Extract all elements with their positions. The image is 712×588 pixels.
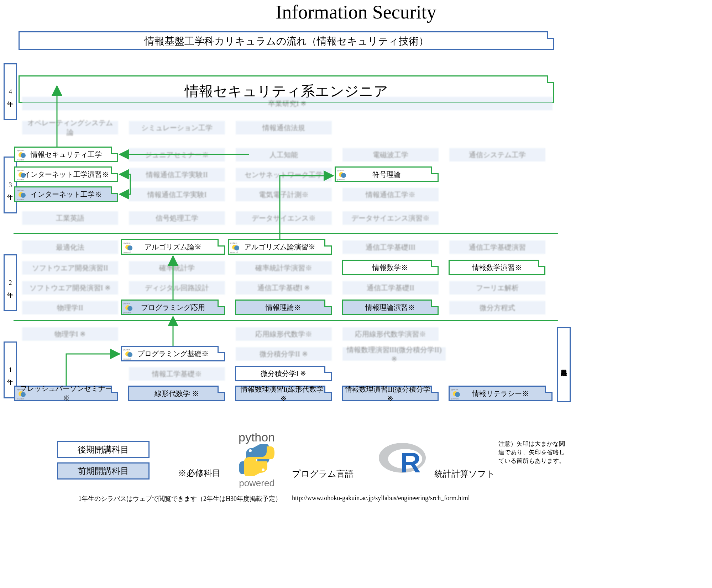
code-theory: 符号理論 pythonpowered	[335, 166, 439, 182]
info-literacy-label: 情報リテラシー※	[472, 389, 529, 398]
python-logo: python powered	[239, 430, 275, 489]
calc2-box: 微分積分学II ※	[236, 347, 332, 361]
com1-box: 通信工学基礎I ※	[236, 281, 332, 295]
python-icon: pythonpowered	[336, 168, 349, 181]
svg-point-2	[21, 153, 26, 158]
legend-late: 後期開講科目	[57, 441, 150, 458]
svg-point-40	[249, 449, 252, 452]
programming-basics-label: プログラミング基礎※	[137, 349, 209, 359]
svg-text:python: python	[124, 348, 131, 351]
svg-text:python: python	[17, 189, 24, 192]
programming-advanced: プログラミング応用 pythonpowered	[121, 300, 225, 315]
ds-box: データサイエンス※	[236, 211, 332, 225]
info-security-eng-label: 情報セキュリティ工学	[31, 150, 102, 159]
python-icon: pythonpowered	[16, 168, 29, 181]
infolaw-box: 情報通信法規	[236, 121, 332, 134]
opt-box: 最適化法	[22, 240, 118, 254]
em-box: 電磁波工学	[342, 148, 439, 161]
year-2-tab: 2年	[4, 254, 17, 311]
footer-syllabus: 1年生のシラバスはウェブで閲覧できます（2年生はH30年度掲載予定）	[78, 494, 282, 503]
svg-point-30	[127, 352, 132, 357]
probpr-box: 確率統計学演習※	[236, 261, 332, 275]
internet-practice: インターネット工学演習※ pythonpowered	[14, 166, 118, 182]
infoexp2-box: 情報通信工学実験II	[129, 168, 225, 181]
mathpr3-box: 情報数理演習III(微分積分学II) ※	[342, 347, 446, 361]
svg-text:R: R	[400, 447, 421, 477]
svg-text:powered: powered	[124, 312, 131, 314]
code-theory-label: 符号理論	[372, 170, 401, 179]
svg-text:powered: powered	[337, 179, 345, 181]
python-icon: pythonpowered	[230, 241, 242, 254]
info-math-practice: 情報数学演習※	[449, 260, 545, 275]
elec-box: 電気電子計測※	[236, 188, 332, 201]
footer-url: http://www.tohoku-gakuin.ac.jp/syllabus/…	[292, 494, 470, 502]
svg-text:python: python	[124, 242, 131, 244]
linadv-box: 応用線形代数学※	[236, 327, 332, 341]
programming-basics: プログラミング基礎※ pythonpowered	[121, 346, 225, 361]
linear-algebra: 線形代数学 ※	[128, 386, 225, 401]
algorithm-practice-label: アルゴリズム論演習※	[244, 242, 315, 252]
com2-box: 通信工学基礎II	[342, 281, 439, 295]
python-icon: pythonpowered	[16, 148, 29, 161]
info-theory: 情報理論※	[235, 300, 332, 315]
svg-text:powered: powered	[17, 398, 24, 400]
svg-point-14	[21, 193, 26, 198]
svg-point-6	[21, 173, 26, 178]
svg-text:python: python	[17, 149, 24, 152]
svg-point-26	[127, 306, 132, 311]
python-icon: pythonpowered	[123, 348, 136, 360]
svg-text:python: python	[17, 388, 24, 391]
svg-point-10	[341, 173, 346, 178]
legend-stats: 統計計算ソフト	[434, 468, 495, 480]
python-icon: pythonpowered	[123, 301, 136, 314]
grad-research: 卒業研究I ※	[22, 97, 553, 110]
svg-point-41	[262, 468, 265, 471]
svg-text:powered: powered	[17, 159, 24, 161]
diffeq-box: 微分方程式	[449, 301, 545, 314]
year-3-tab: 3年	[4, 157, 17, 213]
internet-practice-label: インターネット工学演習※	[23, 170, 109, 179]
ai-box: 人工知能	[236, 148, 332, 161]
infocom-box: 情報通信工学※	[342, 188, 439, 201]
svg-text:python: python	[124, 302, 131, 305]
math-practice-1: 情報数理演習I(線形代数学) ※	[235, 386, 332, 401]
svg-text:powered: powered	[124, 358, 131, 360]
svg-text:powered: powered	[17, 198, 24, 201]
legend-early: 前期開講科目	[57, 462, 150, 480]
divider-y3-y2	[14, 233, 558, 234]
year-4-tab: 4年	[4, 63, 17, 120]
python-icon: pythonpowered	[450, 387, 463, 400]
freshperson-seminar-label: フレッシュパーソンセミナー ※	[17, 384, 115, 403]
info-literacy: 情報リテラシー※ pythonpowered	[449, 386, 553, 401]
algorithm-practice: アルゴリズム論演習※ pythonpowered	[228, 239, 332, 255]
digi-box: ディジタル回路設計	[129, 281, 225, 295]
divider-y2-y1	[14, 320, 558, 321]
python-icon: pythonpowered	[16, 188, 29, 201]
svg-text:python: python	[451, 388, 458, 391]
com3-box: 通信工学基礎III	[342, 240, 439, 254]
internet-eng: インターネット工学※ pythonpowered	[14, 186, 118, 202]
common-subjects-tab: 共通基礎科目系	[557, 327, 571, 402]
algorithm-label: アルゴリズム論※	[145, 242, 201, 252]
freshperson-seminar: フレッシュパーソンセミナー ※ pythonpowered	[14, 386, 118, 401]
info-theory-practice: 情報理論演習※	[342, 300, 439, 315]
infoexp1-box: 情報通信工学実験I	[129, 188, 225, 201]
compr-box: 通信工学基礎演習	[449, 240, 545, 254]
legend-proglang: プログラム言語	[292, 468, 354, 480]
svg-text:powered: powered	[17, 179, 24, 181]
algorithm: アルゴリズム論※ pythonpowered	[121, 239, 225, 255]
svg-text:python: python	[337, 169, 344, 172]
programming-advanced-label: プログラミング応用	[141, 303, 205, 312]
os-box: オペレーティングシステム論	[22, 121, 118, 134]
math-practice-2: 情報数理演習II(微分積分学I) ※	[342, 386, 439, 401]
svg-text:powered: powered	[451, 398, 459, 400]
dspr-box: データサイエンス演習※	[342, 211, 439, 225]
junior-seminar: ジュニアセミナー※	[129, 148, 225, 161]
svg-point-18	[127, 245, 132, 250]
sw2-box: ソフトウエア開発演習II	[22, 261, 118, 275]
prob-box: 確率統計学	[129, 261, 225, 275]
svg-text:python: python	[17, 169, 24, 172]
subtitle-text: 情報基盤工学科カリキュラムの流れ（情報セキュリティ技術）	[145, 36, 429, 47]
page-title: Information Security	[0, 1, 712, 23]
svg-text:powered: powered	[124, 251, 131, 253]
